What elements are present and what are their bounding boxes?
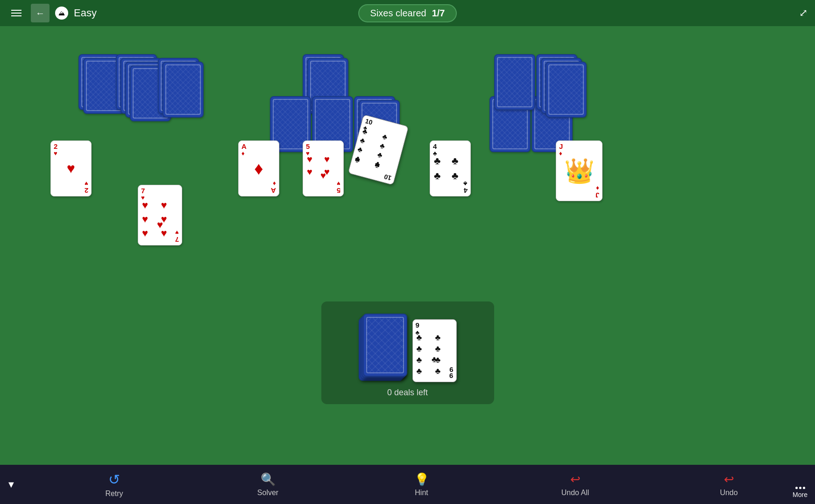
card-7h-suit-bot: ♥: [175, 230, 179, 236]
more-label: More: [793, 491, 808, 498]
deal-area: 9 ♣ ♣♣♣♣♣♣♣♣ ♣ 6 9 0 deals left: [321, 301, 494, 404]
menu-button[interactable]: [7, 6, 25, 20]
card-back-col1-8[interactable]: [163, 62, 204, 118]
card-5h-mid: ♥: [320, 170, 326, 181]
discard-9c[interactable]: 9 ♣ ♣♣♣♣♣♣♣♣ ♣ 6 9: [412, 319, 457, 382]
card-4c-pips: ♣♣♣♣: [434, 155, 467, 182]
solver-icon: 🔍: [261, 472, 276, 487]
score-badge: Sixes cleared 1/7: [358, 4, 457, 22]
expand-button[interactable]: ⤢: [799, 7, 808, 19]
game-table: 2 ♥ ♥ 2 ♥ 7 ♥ ♥♥♥♥♥♥ ♥ 7 ♥ A ♦ ♦ A ♦ 5 ♥…: [0, 26, 815, 465]
toolbar: ▼ ↺ Retry 🔍 Solver 💡 Hint ↩ Undo All ↩ U…: [0, 465, 815, 504]
retry-button[interactable]: ↺ Retry: [91, 471, 138, 498]
deck-stack[interactable]: [359, 318, 403, 383]
card-7h[interactable]: 7 ♥ ♥♥♥♥♥♥ ♥ 7 ♥: [138, 185, 182, 245]
solver-label: Solver: [257, 489, 278, 497]
card-4c[interactable]: 4 ♣ ♣♣♣♣ 4 ♣: [430, 140, 471, 196]
undo-all-icon: ↩: [570, 472, 581, 487]
undo-label: Undo: [720, 489, 737, 497]
solver-button[interactable]: 🔍 Solver: [245, 472, 291, 497]
discard-9c-val-top: 9: [416, 322, 419, 329]
card-ah-val-bot: A: [271, 187, 276, 194]
mode-icon: ⛰: [55, 7, 68, 20]
score-text: Sixes cleared: [370, 8, 426, 19]
undo-all-button[interactable]: ↩ Undo All: [552, 472, 599, 497]
deal-cards-row: 9 ♣ ♣♣♣♣♣♣♣♣ ♣ 6 9: [359, 318, 457, 383]
toolbar-arrow-toggle[interactable]: ▼: [7, 479, 16, 490]
card-7h-val-bot: 7: [175, 236, 179, 243]
card-5h-val-bot: 5: [337, 187, 340, 194]
deck-card-4: [363, 314, 407, 377]
card-ah-suit-top: ♦: [241, 150, 245, 156]
hint-label: Hint: [415, 489, 428, 497]
mode-label: Easy: [74, 7, 97, 19]
back-button[interactable]: ←: [31, 4, 50, 22]
discard-9c-mid: ♣: [432, 355, 437, 364]
card-4c-suit-bot: ♣: [463, 181, 468, 187]
card-ah-val-top: A: [241, 143, 247, 150]
hint-icon: 💡: [414, 472, 429, 487]
card-10c-val-bot: 10: [383, 173, 392, 182]
card-jd-suit-bot: ♦: [596, 185, 599, 191]
retry-icon: ↺: [108, 471, 120, 488]
card-ah-center: ♦: [254, 159, 263, 179]
card-ah-suit-bot: ♦: [273, 181, 276, 187]
retry-label: Retry: [105, 490, 123, 498]
card-2h-center: ♥: [67, 161, 75, 176]
card-jd-val-bot: J: [595, 192, 599, 199]
card-5h[interactable]: 5 ♥ ♥♥♥♥ ♥ 5 ♥: [303, 140, 344, 196]
card-2h-val-bot: 2: [85, 187, 88, 194]
card-ah[interactable]: A ♦ ♦ A ♦: [238, 140, 279, 196]
undo-button[interactable]: ↩ Undo: [706, 472, 752, 497]
header: ← ⛰ Easy Sixes cleared 1/7 ⤢: [0, 0, 815, 26]
card-5h-suit-bot: ♥: [337, 181, 340, 187]
card-2h-val-top: 2: [54, 143, 57, 150]
card-7h-center: ♥: [157, 219, 163, 231]
undo-icon: ↩: [724, 472, 734, 487]
discard-9c-val-bot: 9: [449, 372, 453, 380]
undo-all-label: Undo All: [561, 489, 589, 497]
more-dots: [795, 487, 805, 489]
more-button[interactable]: More: [793, 487, 808, 498]
card-2h[interactable]: 2 ♥ ♥ 2 ♥: [50, 140, 92, 196]
deals-left-text: 0 deals left: [387, 388, 428, 398]
card-jd[interactable]: J ♦ 👑 J ♦: [556, 140, 602, 201]
card-back-col6-4[interactable]: [546, 62, 587, 118]
card-2h-suit-top: ♥: [54, 150, 57, 156]
card-jd-figure: 👑: [561, 150, 597, 191]
card-jd-val-top: J: [559, 143, 563, 150]
card-7h-val-top: 7: [141, 187, 145, 194]
hint-button[interactable]: 💡 Hint: [398, 472, 445, 497]
card-back-col6-1[interactable]: [494, 54, 535, 110]
card-4c-val-bot: 4: [464, 187, 468, 194]
card-4c-val-top: 4: [433, 143, 437, 150]
card-5h-val-top: 5: [306, 143, 310, 150]
card-2h-suit-bot: ♥: [85, 181, 88, 187]
score-value: 1/7: [432, 8, 445, 19]
